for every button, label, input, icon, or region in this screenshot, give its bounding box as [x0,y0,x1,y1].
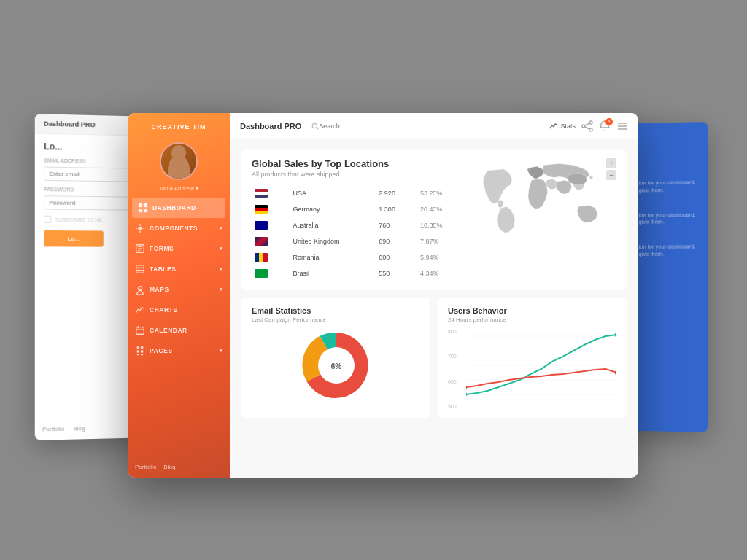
country-percent: 7.87% [417,233,463,249]
svg-line-29 [585,123,589,125]
menu-button[interactable] [616,120,628,132]
pie-chart: 6% [300,329,373,402]
y-axis-labels: 800 700 600 500 [448,329,457,409]
submit-button[interactable]: Lo... [44,230,104,247]
share-button[interactable] [581,120,593,132]
y-label-700: 700 [448,354,457,359]
users-behavior-subtitle: 24 Hours performance [448,316,616,323]
world-map [471,158,609,238]
country-percent: 5.94% [417,249,463,265]
sidebar-item-maps[interactable]: MAPS ▾ [128,279,230,300]
svg-point-24 [313,123,317,128]
svg-rect-9 [136,265,144,273]
sidebar-item-charts[interactable]: CHARTS [128,300,230,320]
subscribe-label: SUBSCRIBE TO NE... [55,217,107,222]
sidebar-item-pages[interactable]: PAGES ▾ [128,341,230,361]
country-name: Romania [290,249,376,265]
avatar-silhouette [168,155,190,179]
main-dashboard-card: CREATIVE TIM Tania Andrew ▾ DASHBOARD CO… [128,113,638,478]
bottom-panels: Email Statistics Last Campaign Performan… [241,298,627,418]
avatar [160,142,198,180]
country-name: USA [290,185,376,201]
sidebar-item-maps-label: MAPS [150,286,169,293]
portfolio-link[interactable]: Portfolio [42,426,64,433]
search-input[interactable] [319,122,549,130]
search-icon [311,122,319,130]
users-behavior-title: Users Behavior [448,306,616,315]
stats-button[interactable]: Stats [549,122,576,131]
world-map-area: + − [471,158,616,281]
stats-label: Stats [560,122,576,130]
brand-name: CREATIVE TIM [152,123,206,131]
svg-rect-0 [139,203,142,207]
email-stats-title: Email Statistics [252,306,420,315]
flag-de [255,205,268,214]
sidebar-item-dashboard[interactable]: DASHBOARD [132,198,225,218]
sidebar-item-calendar[interactable]: CALENDAR [128,320,230,341]
country-percent: 10.35% [417,217,463,233]
svg-text:6%: 6% [330,362,341,370]
svg-point-27 [589,128,592,131]
portfolio-link[interactable]: Portfolio [135,464,156,470]
maps-arrow: ▾ [220,287,223,292]
svg-rect-19 [141,346,144,349]
sidebar-item-charts-label: CHARTS [150,306,177,314]
users-behavior-panel: Users Behavior 24 Hours performance 800 … [438,298,627,418]
zoom-in-button[interactable]: + [606,158,616,168]
y-label-600: 600 [448,379,457,384]
country-percent: 20.43% [417,201,463,217]
sidebar-item-components[interactable]: COMPONENTS ▾ [128,218,230,238]
left-card-footer: Portfolio Blog [42,425,85,432]
sales-table: Global Sales by Top Locations All produc… [252,158,463,281]
svg-rect-2 [139,209,142,212]
svg-point-41 [466,393,467,396]
svg-point-4 [138,226,142,230]
subscribe-checkbox[interactable] [44,216,51,223]
avatar-image [161,144,196,179]
table-row: USA2.92053.23% [252,185,463,201]
blog-link[interactable]: Blog [163,464,175,470]
country-name: United Kingdom [290,233,376,249]
country-value: 690 [376,233,417,249]
line-chart-container: 800 700 600 500 [448,329,616,409]
notification-bell[interactable]: 5 [599,120,611,132]
svg-point-28 [582,125,585,128]
svg-rect-23 [141,354,144,355]
flag-us [255,189,268,198]
tables-arrow: ▾ [220,266,223,272]
pages-arrow: ▾ [220,348,223,354]
global-sales-section: Global Sales by Top Locations All produc… [241,149,627,290]
flag-br [255,269,268,278]
sidebar-item-tables-label: TABLES [150,265,176,273]
flag-uk [255,237,268,246]
sidebar-item-forms[interactable]: FORMS ▾ [128,238,230,259]
email-stats-panel: Email Statistics Last Campaign Performan… [241,298,430,418]
flag-ro [255,253,268,262]
sidebar-item-forms-label: FORMS [150,245,174,252]
topbar-title: Dashboard PRO [240,122,301,131]
country-value: 1.300 [376,201,417,217]
table-row: United Kingdom6907.87% [252,233,463,249]
svg-point-44 [615,370,616,375]
pie-chart-container: 6% [252,329,420,402]
country-name: Brasil [290,265,376,281]
topbar: Dashboard PRO Stats 5 [230,113,638,139]
topbar-actions: Stats 5 [549,120,628,132]
sidebar-item-tables[interactable]: TABLES ▾ [128,259,230,279]
sidebar-item-calendar-label: CALENDAR [150,327,187,334]
sidebar-item-components-label: COMPONENTS [150,225,198,232]
table-row: Australia76010.35% [252,217,463,233]
svg-rect-14 [136,327,144,335]
svg-rect-1 [144,203,147,207]
svg-rect-20 [137,350,140,353]
zoom-out-button[interactable]: − [606,170,616,180]
y-label-800: 800 [448,329,457,334]
svg-rect-3 [144,209,147,212]
sidebar: CREATIVE TIM Tania Andrew ▾ DASHBOARD CO… [128,113,230,478]
sidebar-item-dashboard-label: DASHBOARD [152,204,196,211]
blog-link[interactable]: Blog [73,425,85,432]
sidebar-username[interactable]: Tania Andrew ▾ [159,184,199,192]
y-label-500: 500 [448,404,457,409]
country-value: 600 [376,249,417,265]
flag-au [255,221,268,230]
